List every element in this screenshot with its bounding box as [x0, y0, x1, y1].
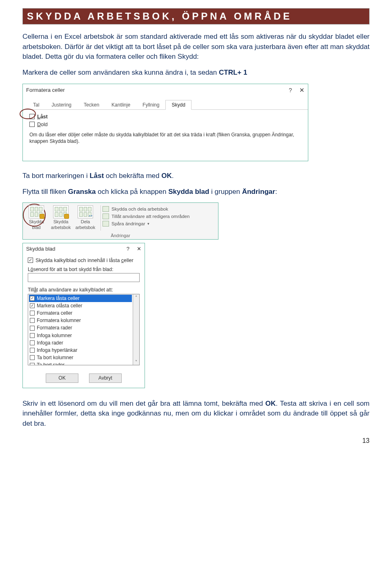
workbook-lock-icon — [53, 205, 69, 218]
scroll-down-icon[interactable]: ˅ — [135, 360, 137, 364]
track-changes-button[interactable]: Spåra ändringar ▾ — [102, 221, 189, 227]
protect-share-icon — [102, 206, 109, 212]
close-icon[interactable]: ✕ — [137, 246, 141, 252]
paragraph-4: Flytta till fliken Granska och klicka på… — [22, 187, 370, 197]
list-item[interactable]: Ta bort kolumner — [29, 354, 132, 361]
list-item-label: Ta bort rader — [37, 362, 65, 365]
checkbox-icon[interactable] — [29, 122, 35, 127]
list-item[interactable]: Infoga rader — [29, 339, 132, 347]
checkbox-icon[interactable] — [30, 340, 35, 345]
permissions-label: Tillåt alla användare av kalkylbladet at… — [28, 287, 140, 293]
list-item[interactable]: Formatera rader — [29, 324, 132, 331]
protect-main-checkbox[interactable]: ✓ Skydda kalkylblad och innehåll i låsta… — [28, 258, 140, 263]
list-item[interactable]: Formatera kolumner — [29, 317, 132, 324]
ok-button[interactable]: OK — [46, 373, 78, 383]
list-item[interactable]: Infoga hyperlänkar — [29, 347, 132, 354]
scrollbar[interactable]: ˄ ˅ — [133, 294, 139, 365]
p4-end: : — [275, 188, 277, 196]
list-item-label: Markera olåsta celler — [37, 302, 82, 309]
p4-mid: och klicka på knappen — [96, 188, 169, 196]
help-icon[interactable]: ? — [127, 246, 129, 252]
locked-label: Låst — [37, 114, 48, 120]
list-item-label: Infoga kolumner — [37, 332, 72, 339]
checkbox-icon[interactable]: ✓ — [30, 296, 35, 301]
hidden-label: Dold — [37, 122, 48, 127]
list-item-label: Formatera rader — [37, 325, 72, 331]
p4-b2: Skydda blad — [168, 188, 209, 196]
p4-b3: Ändringar — [242, 188, 275, 196]
protect-main-label: Skydda kalkylblad och innehåll i låsta c… — [36, 258, 134, 263]
tab-justering[interactable]: Justering — [45, 100, 78, 110]
protect-workbook-button[interactable]: Skyddaarbetsbok — [50, 205, 72, 231]
share-icon: ↔ — [78, 205, 93, 218]
dialog-titlebar: Skydda blad ? ✕ — [23, 243, 145, 254]
p4-pre: Flytta till fliken — [22, 188, 68, 196]
protect-share-button[interactable]: Skydda och dela arbetsbok — [102, 206, 189, 212]
list-item[interactable]: Ta bort rader — [29, 361, 132, 365]
password-label: Lösenord för att ta bort skydd från blad… — [28, 267, 140, 272]
locked-checkbox-row[interactable]: Låst — [29, 114, 301, 120]
tab-kantlinje[interactable]: Kantlinje — [105, 100, 136, 110]
dialog-tabs: Tal Justering Tecken Kantlinje Fyllning … — [23, 100, 308, 110]
ribbon-changes-group: Skyddablad Skyddaarbetsbok ↔ Delaarbetsb… — [22, 202, 218, 240]
list-item[interactable]: Formatera celler — [29, 309, 132, 317]
checkbox-icon[interactable] — [30, 363, 35, 365]
tab-tal[interactable]: Tal — [27, 100, 45, 110]
share-workbook-button[interactable]: ↔ Delaarbetsbok — [74, 205, 96, 231]
checkbox-icon[interactable] — [30, 326, 35, 331]
list-item-label: Ta bort kolumner — [37, 354, 73, 361]
list-item-label: Formatera kolumner — [37, 317, 81, 324]
p3-end: . — [172, 172, 174, 180]
help-icon[interactable]: ? — [289, 87, 292, 93]
tab-skydd[interactable]: Skydd — [165, 100, 191, 110]
format-cells-dialog: Formatera celler ? ✕ Tal Justering Tecke… — [22, 84, 308, 161]
list-item[interactable]: ✓Markera olåsta celler — [29, 302, 132, 309]
list-item-label: Markera låsta celler — [37, 295, 80, 302]
checkbox-icon[interactable] — [30, 318, 35, 323]
p4-b1: Granska — [68, 188, 96, 196]
permissions-list[interactable]: ✓Markera låsta celler✓Markera olåsta cel… — [28, 294, 140, 365]
dialog-title: Formatera celler — [26, 87, 65, 93]
paragraph-3: Ta bort markeringen i Låst och bekräfta … — [22, 171, 370, 181]
p5-b1: OK — [265, 400, 276, 407]
tab-body: Låst Dold Om du låser eller döljer celle… — [23, 110, 308, 161]
p3-mid: och bekräfta med — [104, 172, 161, 180]
paragraph-1: Cellerna i en Excel arbetsbok är som sta… — [22, 32, 370, 62]
list-item[interactable]: ✓Markera låsta celler — [29, 295, 132, 302]
p4-mid2: i gruppen — [209, 188, 242, 196]
list-item-label: Infoga hyperlänkar — [37, 347, 77, 353]
paragraph-2: Markera de celler som användaren ska kun… — [22, 68, 370, 78]
allow-edit-icon — [102, 213, 109, 219]
password-input[interactable] — [28, 273, 140, 282]
scroll-up-icon[interactable]: ˄ — [135, 295, 137, 300]
close-icon[interactable]: ✕ — [299, 87, 305, 94]
protect-sheet-dialog: Skydda blad ? ✕ ✓ Skydda kalkylblad och … — [22, 243, 145, 388]
list-item-label: Formatera celler — [37, 310, 72, 316]
checkbox-icon[interactable]: ✓ — [30, 303, 35, 308]
checkbox-icon[interactable] — [30, 348, 35, 353]
hidden-checkbox-row[interactable]: Dold — [29, 122, 301, 127]
protect-sheet-button[interactable]: Skyddablad — [25, 205, 47, 231]
page-number: 13 — [22, 437, 370, 445]
p3-b2: OK — [161, 172, 172, 180]
checkbox-icon[interactable] — [30, 355, 35, 360]
checkbox-icon[interactable] — [29, 114, 35, 119]
p2-bold: CTRL+ 1 — [219, 69, 247, 76]
p3-b1: Låst — [89, 172, 104, 180]
p2-pre: Markera de celler som användaren ska kun… — [22, 69, 219, 76]
dialog-title: Skydda blad — [26, 246, 56, 252]
info-text: Om du låser eller döljer celler måste du… — [29, 131, 301, 144]
list-item-label: Infoga rader — [37, 340, 63, 346]
allow-edit-ranges-button[interactable]: Tillåt användare att redigera områden — [102, 213, 189, 219]
paragraph-5: Skriv in ett lösenord om du vill men det… — [22, 399, 370, 429]
checkbox-icon[interactable] — [30, 333, 35, 338]
checkbox-icon[interactable]: ✓ — [28, 258, 33, 263]
p3-pre: Ta bort markeringen i — [22, 172, 89, 180]
ribbon-group-label: Ändringar — [23, 232, 218, 239]
tab-fyllning[interactable]: Fyllning — [136, 100, 165, 110]
list-item[interactable]: Infoga kolumner — [29, 332, 132, 339]
cancel-button[interactable]: Avbryt — [89, 373, 122, 383]
tab-tecken[interactable]: Tecken — [78, 100, 105, 110]
checkbox-icon[interactable] — [30, 311, 35, 316]
dialog-titlebar: Formatera celler ? ✕ — [23, 84, 308, 98]
